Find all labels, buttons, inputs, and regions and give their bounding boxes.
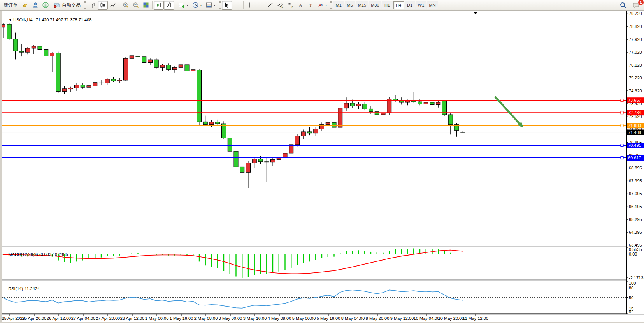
chart-canvas[interactable]: 79.72078.82077.92077.02076.12075.22074.3… bbox=[0, 0, 644, 323]
toolbar-grip[interactable] bbox=[84, 1, 86, 9]
candle-body bbox=[68, 88, 73, 89]
time-axis-label: 2 May 08:00 bbox=[194, 316, 218, 321]
zoom-out-button[interactable] bbox=[131, 1, 141, 10]
hline-handle[interactable] bbox=[621, 124, 623, 127]
time-axis-label: 25 Apr 20:00 bbox=[22, 316, 46, 321]
line-chart-icon bbox=[109, 2, 116, 9]
hline-handle[interactable] bbox=[621, 157, 623, 159]
timeframe-h1-button[interactable]: H1 bbox=[382, 1, 393, 9]
toolbar-separator bbox=[243, 1, 244, 9]
hline-handle[interactable] bbox=[621, 111, 623, 114]
timeframe-h4-button[interactable]: H4 bbox=[393, 1, 404, 9]
candle-body bbox=[240, 167, 244, 172]
candle-body bbox=[38, 46, 42, 50]
candle-chart-button[interactable] bbox=[98, 1, 108, 10]
candle-body bbox=[167, 65, 171, 70]
candle-body bbox=[216, 122, 220, 124]
signals-button[interactable] bbox=[40, 1, 51, 10]
channel-button[interactable]: E bbox=[275, 1, 285, 10]
price-axis-label: 78.820 bbox=[629, 24, 642, 29]
candle-body bbox=[363, 104, 367, 109]
candle-body bbox=[246, 163, 251, 173]
chart-shift-button[interactable] bbox=[164, 1, 174, 10]
text-icon: A bbox=[297, 2, 304, 9]
scroll-to-end-button[interactable] bbox=[154, 1, 164, 10]
timeframe-m30-button[interactable]: M30 bbox=[369, 1, 381, 9]
cursor-button[interactable] bbox=[222, 1, 232, 10]
hline-price-tag-text: 71.883 bbox=[628, 123, 641, 128]
rsi-name: RSI(14) bbox=[8, 286, 23, 291]
tile-windows-button[interactable] bbox=[141, 1, 151, 10]
fibonacci-button[interactable]: F bbox=[285, 1, 295, 10]
toolbar-grip[interactable] bbox=[330, 1, 332, 9]
zoom-in-button[interactable] bbox=[121, 1, 131, 10]
mt4-window: { "toolbar": { "new_order_label": "新订单",… bbox=[0, 0, 644, 323]
search-button[interactable] bbox=[618, 1, 628, 10]
vertical-line-button[interactable] bbox=[245, 1, 255, 10]
periods-button[interactable]: ▼ bbox=[190, 1, 204, 10]
horizontal-line-button[interactable] bbox=[255, 1, 265, 10]
symbol-dropdown-icon[interactable]: ▼ bbox=[9, 18, 12, 22]
rsi-axis-label: 50 bbox=[629, 295, 633, 300]
candle-body bbox=[430, 102, 434, 104]
candle-body bbox=[111, 79, 116, 81]
candle-body bbox=[124, 58, 128, 80]
candle-body bbox=[81, 85, 85, 87]
channel-icon: E bbox=[277, 2, 284, 9]
notifications-button[interactable]: 1 bbox=[631, 1, 642, 10]
candle-body bbox=[418, 102, 422, 104]
toolbar-separator bbox=[175, 1, 175, 9]
candle-body bbox=[338, 108, 342, 127]
time-axis-label: 3 May 16:00 bbox=[243, 316, 267, 321]
line-chart-button[interactable] bbox=[108, 1, 118, 10]
candle-body bbox=[13, 39, 18, 51]
price-axis-label: 67.095 bbox=[629, 191, 642, 196]
gold-button[interactable] bbox=[20, 1, 30, 10]
bar-chart-button[interactable] bbox=[88, 1, 98, 10]
time-axis-label: 10 May 04:00 bbox=[414, 316, 440, 321]
candle-body bbox=[209, 122, 214, 124]
templates-button[interactable]: ▼ bbox=[204, 1, 218, 10]
text-label-icon: T bbox=[307, 2, 314, 9]
new-order-button[interactable]: 新订单 bbox=[1, 1, 20, 10]
candle-body bbox=[26, 48, 30, 52]
candle-body bbox=[203, 122, 207, 124]
candle-body bbox=[62, 89, 67, 92]
candle-body bbox=[93, 83, 97, 86]
candle-body bbox=[424, 102, 428, 104]
candle-body bbox=[50, 53, 54, 56]
toolbar-right: 1 bbox=[618, 1, 642, 10]
chevron-down-icon: ▼ bbox=[213, 4, 216, 7]
time-axis-label: 8 May 20:00 bbox=[366, 316, 390, 321]
text-button[interactable]: A bbox=[295, 1, 305, 10]
scroll-to-end-icon bbox=[155, 2, 162, 9]
price-axis-label: 77.020 bbox=[629, 50, 642, 55]
timeframe-d1-button[interactable]: D1 bbox=[405, 1, 415, 9]
candle-body bbox=[160, 65, 165, 67]
zoom-in-icon bbox=[122, 2, 129, 9]
candle-body bbox=[326, 122, 330, 124]
zoom-out-icon bbox=[132, 2, 139, 9]
candle-body bbox=[99, 83, 104, 83]
candle-body bbox=[179, 65, 183, 67]
timeframe-m5-button[interactable]: M5 bbox=[345, 1, 355, 9]
arrows-button[interactable]: ▼ bbox=[316, 1, 329, 10]
crosshair-button[interactable] bbox=[232, 1, 242, 10]
text-label-button[interactable]: T bbox=[305, 1, 316, 10]
accounts-button[interactable] bbox=[30, 1, 40, 10]
candle-body bbox=[295, 136, 300, 145]
timeframe-m1-button[interactable]: M1 bbox=[333, 1, 344, 9]
timeframe-m15-button[interactable]: M15 bbox=[356, 1, 368, 9]
autotrading-button[interactable]: 自动交易 bbox=[51, 1, 83, 10]
candle-body bbox=[252, 159, 256, 163]
toolbar-grip[interactable] bbox=[219, 1, 221, 9]
price-axis-label: 77.920 bbox=[629, 37, 642, 42]
hline-handle[interactable] bbox=[621, 99, 623, 102]
new-chart-button[interactable]: ▼ bbox=[177, 1, 190, 10]
price-axis-label: 74.320 bbox=[629, 88, 642, 93]
timeframe-w1-button[interactable]: W1 bbox=[416, 1, 426, 9]
timeframe-mn-button[interactable]: MN bbox=[427, 1, 438, 9]
hline-handle[interactable] bbox=[621, 144, 623, 147]
trendline-button[interactable] bbox=[265, 1, 275, 10]
candle-body bbox=[399, 100, 404, 102]
